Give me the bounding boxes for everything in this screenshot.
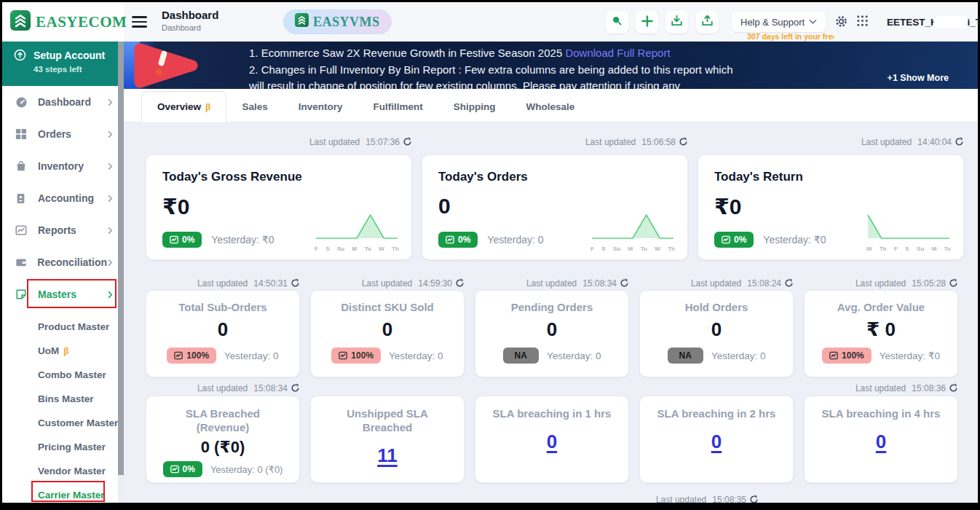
sidebar-subitem-label: Product Master xyxy=(38,321,109,332)
sidebar-item-orders[interactable]: Orders xyxy=(2,118,124,150)
setup-account-label: Setup Account xyxy=(33,50,105,61)
export-button[interactable] xyxy=(696,11,719,34)
sidebar-item-label: Reports xyxy=(38,224,76,236)
sidebar-subitem-carrier-master[interactable]: Carrier Master xyxy=(2,483,124,503)
tab-fulfillment[interactable]: Fulfillment xyxy=(357,92,438,122)
sidebar-subitem-vendor-master[interactable]: Vendor Master xyxy=(2,459,124,483)
sidebar-item-label: Dashboard xyxy=(38,96,91,108)
logo[interactable]: EASYECOM xyxy=(2,2,124,42)
refresh-icon[interactable] xyxy=(955,137,964,149)
last-updated-label: Last updated15:06:58 xyxy=(422,137,688,149)
sidebar-item-masters[interactable]: Masters xyxy=(2,278,124,310)
refresh-icon[interactable] xyxy=(749,495,759,503)
speedometer-icon xyxy=(15,96,28,109)
trend-badge: 0% xyxy=(163,461,202,477)
download-report-link[interactable]: Download Full Report xyxy=(565,47,670,59)
metric-card-hold-orders: Hold Orders0NAYesterday: 0 xyxy=(639,290,794,377)
refresh-icon[interactable] xyxy=(949,383,958,395)
tab-inventory[interactable]: Inventory xyxy=(283,92,358,122)
beta-badge: β xyxy=(63,346,68,356)
yesterday-value: Yesterday: 0 xyxy=(547,350,601,361)
refresh-icon[interactable] xyxy=(291,278,300,290)
refresh-icon[interactable] xyxy=(403,137,412,149)
sidebar-scrollbar[interactable] xyxy=(118,42,124,475)
sidebar-item-accounting[interactable]: Accounting xyxy=(2,182,124,214)
refresh-icon[interactable] xyxy=(679,137,688,149)
sidebar-item-inventory[interactable]: Inventory xyxy=(2,150,124,182)
refresh-icon[interactable] xyxy=(620,278,629,290)
badge-chart-icon xyxy=(722,235,730,244)
card-value: 0 xyxy=(318,318,457,341)
refresh-icon[interactable] xyxy=(784,278,794,290)
note-icon xyxy=(15,289,28,300)
trend-badge: 100% xyxy=(331,348,381,364)
drilldown-count-link[interactable]: 0 xyxy=(547,431,557,453)
logo-text: EASYECOM xyxy=(36,13,127,31)
sidebar-item-reports[interactable]: Reports xyxy=(2,214,124,246)
tab-wholesale[interactable]: Wholesale xyxy=(510,92,590,122)
last-updated-text: Last updated xyxy=(309,137,360,147)
warning-triangle-icon xyxy=(127,42,214,89)
metric-card-pending-orders: Pending Orders0NAYesterday: 0 xyxy=(475,290,629,377)
last-updated-time: 15:08:36 xyxy=(912,383,946,393)
drilldown-count-link[interactable]: 0 xyxy=(876,431,886,453)
sparkline-tick: S xyxy=(905,246,909,252)
tab-sales[interactable]: Sales xyxy=(226,92,282,122)
metric-card-today-s-return: Today's Return₹00%Yesterday: ₹0WThFSSuMT… xyxy=(698,154,964,260)
sidebar-subitem-pricing-master[interactable]: Pricing Master xyxy=(2,435,124,459)
banner-messages: 1. Ecommerce Saw 2X Revenue Growth in Fe… xyxy=(249,45,912,89)
app-screen: EASYECOM Dashboard Dashboard EASYVMS Hel… xyxy=(0,0,980,510)
badge-label: 0% xyxy=(734,235,746,245)
sidebar-subitem-customer-master[interactable]: Customer Master xyxy=(2,411,124,435)
chevron-right-icon xyxy=(107,227,114,234)
show-more-link[interactable]: +1 Show More xyxy=(888,73,949,83)
easyvms-badge[interactable]: EASYVMS xyxy=(283,9,392,34)
refresh-icon[interactable] xyxy=(455,278,465,290)
metric-card-today-s-gross-revenue: Today's Gross Revenue₹00%Yesterday: ₹0FS… xyxy=(146,154,412,260)
tab-shipping[interactable]: Shipping xyxy=(438,92,511,122)
refresh-icon[interactable] xyxy=(949,278,958,290)
sidebar-item-reconciliation[interactable]: Reconciliation xyxy=(2,246,124,278)
last-updated-time: 14:50:31 xyxy=(253,278,288,289)
beta-badge: β xyxy=(205,102,210,112)
sidebar-subitem-uom[interactable]: UoMβ xyxy=(2,339,124,363)
sidebar-scrollbar-track xyxy=(118,42,124,503)
badge-chart-icon xyxy=(339,351,347,360)
trend-badge: 100% xyxy=(167,348,216,364)
apps-grid-icon[interactable] xyxy=(856,15,869,27)
card-value: 0 (₹0) xyxy=(154,438,292,457)
last-updated-time: 15:07:36 xyxy=(365,137,400,147)
search-button[interactable] xyxy=(606,11,628,34)
sidebar-subitem-combo-master[interactable]: Combo Master xyxy=(2,363,124,387)
badge-label: 100% xyxy=(351,350,374,361)
drilldown-count-link[interactable]: 0 xyxy=(711,431,722,453)
metric-card-sla-breaching-in-4-hrs: SLA breaching in 4 hrs0 xyxy=(804,396,958,483)
sidebar-subitem-bins-master[interactable]: Bins Master xyxy=(2,387,124,411)
hamburger-menu-icon[interactable] xyxy=(132,16,147,28)
settings-gear-icon[interactable] xyxy=(834,15,848,28)
card-title: Hold Orders xyxy=(647,301,786,313)
sidebar-subitem-label: Customer Master xyxy=(38,417,118,428)
add-button[interactable] xyxy=(636,11,658,34)
sidebar-item-label: Masters xyxy=(38,289,76,300)
metric-card-sla-breaching-in-2-hrs: SLA breaching in 2 hrs0 xyxy=(639,396,794,483)
sidebar-item-setup-account[interactable]: Setup Account 43 steps left xyxy=(2,42,124,86)
account-username[interactable]: EETEST_Ki_T xyxy=(887,16,980,28)
bag-icon xyxy=(15,160,28,172)
sparkline-axis-labels: FSSuMTuWTh xyxy=(590,246,676,252)
import-button[interactable] xyxy=(665,11,688,34)
refresh-icon[interactable] xyxy=(291,383,300,395)
help-support-dropdown[interactable]: Help & Support xyxy=(732,12,826,32)
sidebar-subitem-product-master[interactable]: Product Master xyxy=(2,315,124,339)
sidebar-item-dashboard[interactable]: Dashboard xyxy=(2,86,124,118)
yesterday-value: Yesterday: ₹0 xyxy=(211,234,274,246)
download-icon xyxy=(671,15,683,30)
chevron-down-icon xyxy=(809,19,817,25)
metric-card-unshipped-sla-breached: Unshipped SLA Breached11 xyxy=(310,396,465,483)
tab-overview[interactable]: Overviewβ xyxy=(141,91,226,122)
last-updated-label: Last updated14:50:31 xyxy=(146,278,300,290)
chartline-icon xyxy=(15,224,28,236)
card-title: Today's Gross Revenue xyxy=(162,170,397,184)
yesterday-value: Yesterday: ₹0 xyxy=(763,234,826,246)
drilldown-count-link[interactable]: 11 xyxy=(377,444,398,467)
